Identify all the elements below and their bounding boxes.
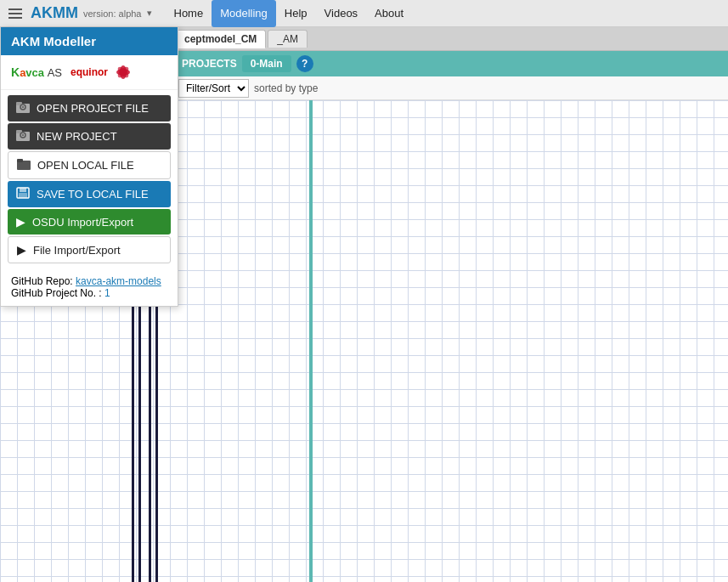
- tab-ceptmodel-cm[interactable]: ceptmodel_CM: [175, 30, 266, 48]
- svg-rect-14: [17, 159, 23, 162]
- equinor-logo: equinor: [71, 62, 135, 82]
- button-list: OPEN PROJECT FILE NEW PROJECT OPEN LOC: [1, 90, 178, 268]
- filter-sort-select[interactable]: Filter/Sort: [178, 79, 249, 98]
- file-arrow-icon: ▶: [17, 243, 26, 257]
- github-repo-row: GitHub Repo: kavca-akm-models: [11, 275, 167, 287]
- file-import-export-label: File Import/Export: [33, 244, 121, 257]
- version-dropdown-arrow[interactable]: ▾: [147, 8, 152, 19]
- filter-text: sorted by type: [254, 82, 318, 94]
- new-folder-icon: [16, 129, 30, 144]
- tab-am[interactable]: _AM: [268, 30, 308, 48]
- hamburger-menu[interactable]: [3, 5, 27, 22]
- svg-rect-16: [20, 188, 26, 192]
- local-folder-icon: [17, 158, 31, 172]
- github-info: GitHub Repo: kavca-akm-models GitHub Pro…: [1, 268, 178, 306]
- menu-modelling[interactable]: Modelling: [212, 0, 276, 27]
- folder-icon: [16, 101, 30, 116]
- tab-0-main[interactable]: 0-Main: [242, 55, 291, 72]
- svg-point-8: [22, 106, 24, 108]
- github-repo-label: GitHub Repo:: [11, 275, 73, 287]
- help-button[interactable]: ?: [296, 55, 313, 72]
- brand-logos: Kavca AS equinor: [1, 55, 178, 90]
- menu-bar: AKMM version: alpha ▾ Home Modelling Hel…: [0, 0, 728, 27]
- osdu-label: OSDU Import/Export: [32, 216, 133, 229]
- panel-header: AKM Modeller: [1, 27, 178, 55]
- save-icon: [16, 187, 30, 201]
- menu-home[interactable]: Home: [166, 0, 212, 27]
- save-to-local-file-button[interactable]: SAVE TO LOCAL FILE: [8, 181, 171, 207]
- menu-help[interactable]: Help: [276, 0, 316, 27]
- folder-svg-icon: [16, 101, 30, 113]
- save-to-local-file-label: SAVE TO LOCAL FILE: [37, 188, 149, 201]
- svg-point-4: [120, 69, 127, 76]
- open-project-file-button[interactable]: OPEN PROJECT FILE: [8, 95, 171, 121]
- file-import-export-button[interactable]: ▶ File Import/Export: [8, 236, 171, 263]
- version-label: version: alpha: [83, 8, 142, 19]
- svg-point-12: [22, 134, 24, 136]
- new-folder-svg-icon: [16, 129, 30, 141]
- github-project-row: GitHub Project No. : 1: [11, 287, 167, 299]
- kavca-logo: Kavca AS: [11, 65, 62, 79]
- github-project-label: GitHub Project No. :: [11, 287, 102, 299]
- equinor-flower-icon: [111, 62, 135, 82]
- new-project-label: NEW PROJECT: [37, 130, 117, 143]
- github-project-number[interactable]: 1: [104, 287, 110, 299]
- projects-label: PROJECTS: [182, 58, 237, 70]
- equinor-label: equinor: [71, 66, 108, 78]
- osdu-import-export-button[interactable]: ▶ OSDU Import/Export: [8, 209, 171, 234]
- osdu-arrow-icon: ▶: [16, 215, 25, 229]
- app-title: AKMM: [31, 4, 78, 22]
- menu-videos[interactable]: Videos: [316, 0, 367, 27]
- open-local-file-label: OPEN LOCAL FILE: [37, 159, 134, 172]
- save-svg-icon: [16, 187, 30, 199]
- new-project-button[interactable]: NEW PROJECT: [8, 123, 171, 150]
- teal-separator: [309, 100, 313, 582]
- local-folder-svg-icon: [17, 158, 31, 170]
- open-project-file-label: OPEN PROJECT FILE: [37, 102, 149, 115]
- dropdown-panel: AKM Modeller Kavca AS equinor: [0, 27, 178, 307]
- svg-rect-17: [19, 193, 27, 198]
- github-repo-link[interactable]: kavca-akm-models: [76, 275, 161, 287]
- menu-about[interactable]: About: [366, 0, 412, 27]
- open-local-file-button[interactable]: OPEN LOCAL FILE: [8, 151, 171, 179]
